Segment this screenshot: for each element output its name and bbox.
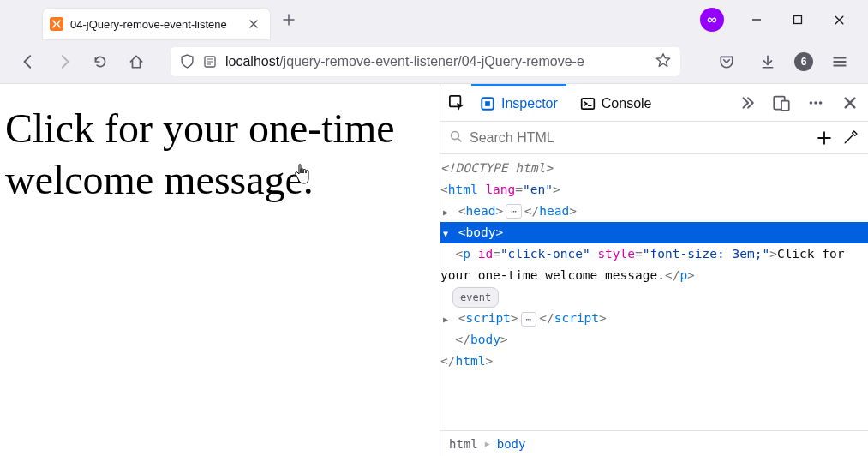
body-close-tag[interactable]: </body> xyxy=(440,329,868,351)
tab-inspector[interactable]: Inspector xyxy=(471,84,566,122)
navigation-toolbar: localhost/jquery-remove-event-listener/0… xyxy=(0,39,868,84)
address-bar[interactable]: localhost/jquery-remove-event-listener/0… xyxy=(170,46,681,77)
tab-console-label: Console xyxy=(602,96,652,111)
html-open-tag[interactable]: <html lang="en"> xyxy=(440,179,868,201)
add-element-icon[interactable] xyxy=(815,129,834,147)
browser-tab[interactable]: 04-jQuery-remove-event-listene xyxy=(43,9,270,39)
chevron-right-icon: ▶ xyxy=(485,439,490,448)
breadcrumbs: html ▶ body xyxy=(440,430,868,456)
forward-button[interactable] xyxy=(50,47,79,76)
shield-icon[interactable] xyxy=(180,54,195,69)
p-node[interactable]: <p id="click-once" style="font-size: 3em… xyxy=(440,243,868,286)
kebab-menu-icon[interactable] xyxy=(806,93,825,112)
xampp-favicon xyxy=(50,17,63,31)
bookmark-star-icon[interactable] xyxy=(655,52,671,70)
new-tab-button[interactable] xyxy=(275,6,302,33)
pocket-icon[interactable] xyxy=(712,47,741,76)
tab-inspector-label: Inspector xyxy=(501,96,558,111)
maximize-button[interactable] xyxy=(789,11,806,28)
window-titlebar: 04-jQuery-remove-event-listene ∞ xyxy=(0,0,868,39)
tab-console[interactable]: Console xyxy=(572,84,661,122)
script-node[interactable]: ▶ <script>⋯</script> xyxy=(440,308,868,329)
search-html-input[interactable] xyxy=(470,130,808,146)
collapse-body-icon[interactable]: ▼ xyxy=(440,226,451,241)
tab-count-badge[interactable]: 6 xyxy=(794,52,813,71)
svg-point-11 xyxy=(819,101,823,105)
web-page: Click for your one-time welcome message. xyxy=(0,84,440,456)
back-button[interactable] xyxy=(14,47,43,76)
window-controls xyxy=(748,11,847,28)
close-tab-icon[interactable] xyxy=(246,16,261,32)
home-button[interactable] xyxy=(122,47,151,76)
crumb-html[interactable]: html xyxy=(449,437,478,451)
more-tabs-icon[interactable] xyxy=(738,93,757,112)
head-node[interactable]: ▶ <head>⋯</head> xyxy=(440,201,868,222)
url-host: localhost xyxy=(225,54,279,69)
devtools-panel: Inspector Console <!DOCTYPE html> <html … xyxy=(440,84,868,456)
tab-count-value: 6 xyxy=(801,56,807,68)
infinity-icon: ∞ xyxy=(707,12,716,27)
url-path: /jquery-remove-event-listener/04-jQuery-… xyxy=(279,54,584,69)
eyedropper-icon[interactable] xyxy=(841,129,859,147)
svg-rect-5 xyxy=(485,101,490,106)
expand-head-icon[interactable]: ▶ xyxy=(440,205,451,219)
svg-rect-8 xyxy=(781,100,789,110)
pointer-cursor-icon xyxy=(293,170,310,189)
tab-title: 04-jQuery-remove-event-listene xyxy=(70,18,246,31)
reload-button[interactable] xyxy=(86,47,115,76)
extension-badge[interactable]: ∞ xyxy=(700,8,724,32)
close-window-button[interactable] xyxy=(830,11,847,28)
app-menu-icon[interactable] xyxy=(825,47,854,76)
body-node-selected[interactable]: ▼ <body> xyxy=(440,222,868,243)
markup-view[interactable]: <!DOCTYPE html> <html lang="en"> ▶ <head… xyxy=(440,154,868,430)
svg-rect-1 xyxy=(794,16,802,24)
ellipsis-icon[interactable]: ⋯ xyxy=(521,312,537,327)
search-icon xyxy=(449,129,463,146)
svg-point-12 xyxy=(452,132,459,140)
click-once-paragraph[interactable]: Click for your one-time welcome message. xyxy=(5,103,434,206)
responsive-mode-icon[interactable] xyxy=(772,93,791,112)
event-badge[interactable]: event xyxy=(452,287,499,309)
devtools-tabbar: Inspector Console xyxy=(440,84,868,122)
close-devtools-icon[interactable] xyxy=(841,93,859,112)
permissions-icon[interactable] xyxy=(203,55,217,69)
crumb-body[interactable]: body xyxy=(497,437,526,451)
expand-script-icon[interactable]: ▶ xyxy=(440,312,451,327)
doctype-node[interactable]: <!DOCTYPE html> xyxy=(440,161,553,175)
element-picker-icon[interactable] xyxy=(447,93,466,112)
svg-point-10 xyxy=(814,101,817,105)
devtools-search-bar xyxy=(440,122,868,154)
downloads-icon[interactable] xyxy=(753,47,782,76)
url-text: localhost/jquery-remove-event-listener/0… xyxy=(225,54,647,69)
html-close-tag[interactable]: </html> xyxy=(440,351,868,372)
content-area: Click for your one-time welcome message.… xyxy=(0,84,868,456)
minimize-button[interactable] xyxy=(748,11,765,28)
toolbar-right: 6 xyxy=(712,47,854,76)
svg-point-9 xyxy=(810,101,813,105)
ellipsis-icon[interactable]: ⋯ xyxy=(506,204,522,219)
